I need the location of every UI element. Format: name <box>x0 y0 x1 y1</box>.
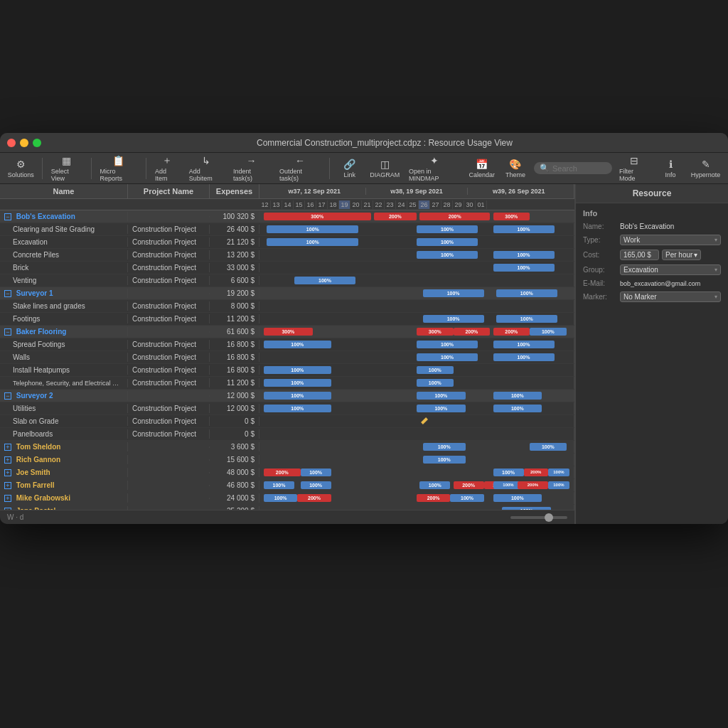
row-rich-gannon[interactable]: + Rich Gannon 15 600 $ 100% <box>0 454 574 466</box>
row-surveyor1[interactable]: − Surveyor 1 19 200 $ 100% 100% <box>0 287 574 300</box>
expenses-panelboards: 0 $ <box>210 429 259 439</box>
solutions-button[interactable]: ⚙ Solutions <box>6 155 36 182</box>
hypernote-button[interactable]: ✎ Hypernote <box>689 155 722 182</box>
type-select[interactable]: Work ▾ <box>620 235 721 245</box>
info-icon: ℹ <box>663 159 678 170</box>
expand-icon-ts[interactable]: + <box>4 444 11 451</box>
row-panelboards[interactable]: Panelboards Construction Project 0 $ <box>0 428 574 441</box>
expand-icon-tf[interactable]: + <box>4 482 11 489</box>
day-21: 21 <box>362 200 373 209</box>
diagram-button[interactable]: ◫ DIAGRAM <box>368 155 402 182</box>
select-view-button[interactable]: ▦ Select View <box>48 155 85 182</box>
name-clearing: Clearing and Site Grading <box>0 225 128 234</box>
zoom-thumb[interactable] <box>545 513 553 522</box>
row-tom-farrell[interactable]: + Tom Farrell 46 800 $ 100% 100% 100% 20… <box>0 479 574 492</box>
close-button[interactable] <box>7 139 16 147</box>
field-cost: Cost: 165,00 $ Per hour ▾ <box>576 247 728 262</box>
window-title: Commercial Construction_multiproject.cdp… <box>48 138 721 148</box>
outdent-button[interactable]: ← Outdent task(s) <box>277 155 323 182</box>
chevron-down-icon-4: ▾ <box>714 294 717 300</box>
info-button[interactable]: ℹ Info <box>656 155 685 182</box>
day-12: 12 <box>259 200 271 209</box>
row-heatpumps[interactable]: Install Heatpumps Construction Project 1… <box>0 364 574 377</box>
resource-section-info: Info <box>576 203 728 220</box>
cost-input[interactable]: 165,00 $ <box>620 250 659 260</box>
expand-icon-rg[interactable]: + <box>4 456 11 464</box>
name-brick: Brick <box>0 263 128 272</box>
row-walls[interactable]: Walls Construction Project 16 800 $ 100%… <box>0 351 574 364</box>
row-telephone[interactable]: Telephone, Security, and Electrical Wiri… <box>0 377 574 390</box>
add-subitem-button[interactable]: ↳ Add Subitem <box>186 155 226 182</box>
per-hour-select[interactable]: Per hour ▾ <box>662 250 701 260</box>
row-baker-flooring[interactable]: − Baker Flooring 61 600 $ 300% 300% 200%… <box>0 326 574 338</box>
expenses-tom-sheldon: 3 600 $ <box>210 442 259 451</box>
row-utilities[interactable]: Utilities Construction Project 12 000 $ … <box>0 402 574 415</box>
gantt-brick: 100% <box>259 262 574 274</box>
theme-button[interactable]: 🎨 Theme <box>501 155 530 182</box>
day-13: 13 <box>271 200 282 209</box>
search-box[interactable]: 🔍 <box>534 162 612 174</box>
label-cost: Cost: <box>583 251 616 259</box>
row-excavation[interactable]: Excavation Construction Project 21 120 $… <box>0 236 574 249</box>
row-joe-smith[interactable]: + Joe Smith 48 000 $ 200% 100% 100% 200%… <box>0 466 574 479</box>
expenses-tom-farrell: 46 800 $ <box>210 481 259 490</box>
add-item-icon: ＋ <box>160 155 174 166</box>
expand-icon-s2[interactable]: − <box>4 392 11 400</box>
row-spread-footings[interactable]: Spread Footings Construction Project 16 … <box>0 338 574 351</box>
row-venting[interactable]: Venting Construction Project 6 600 $ 100… <box>0 274 574 287</box>
day-cells: 12 13 14 15 16 17 18 19 20 21 22 23 24 2… <box>259 200 574 209</box>
expand-icon-bf[interactable]: − <box>4 328 11 336</box>
day-20: 20 <box>350 200 362 209</box>
expenses-spread-footings: 16 800 $ <box>210 340 259 349</box>
day-17: 17 <box>316 200 328 209</box>
zoom-slider-container[interactable] <box>510 516 567 519</box>
search-input[interactable] <box>552 164 609 173</box>
row-surveyor2[interactable]: − Surveyor 2 12 000 $ 100% 100% 100% <box>0 390 574 402</box>
gantt-venting: 100% <box>259 274 574 287</box>
expenses-excavation: 21 120 $ <box>210 237 259 247</box>
toolbar-separator-2 <box>91 158 92 179</box>
expand-icon[interactable]: − <box>4 213 11 220</box>
marker-select[interactable]: No Marker ▾ <box>620 291 721 302</box>
link-button[interactable]: 🔗 Link <box>336 155 364 182</box>
project-brick: Construction Project <box>128 263 210 272</box>
zoom-slider[interactable] <box>510 516 567 519</box>
minimize-button[interactable] <box>20 139 28 147</box>
expand-icon-s1[interactable]: − <box>4 290 11 297</box>
row-jane-postal[interactable]: + Jane Postal 25 200 $ 100% <box>0 505 574 510</box>
row-bobs-excavation[interactable]: − Bob's Excavation 100 320 $ 300% 200% 2… <box>0 210 574 223</box>
week-label-37: w37, 12 Sep 2021 <box>264 188 366 195</box>
field-group: Group: Excavation ▾ <box>576 262 728 277</box>
row-footings[interactable]: Footings Construction Project 11 200 $ 1… <box>0 313 574 326</box>
name-panelboards: Panelboards <box>0 429 128 439</box>
row-brick[interactable]: Brick Construction Project 33 000 $ 100% <box>0 262 574 274</box>
day-25: 25 <box>407 200 419 209</box>
project-panelboards: Construction Project <box>128 429 210 439</box>
gantt-walls: 100% 100% <box>259 351 574 363</box>
expand-icon-mg[interactable]: + <box>4 495 11 502</box>
status-text: W · d <box>7 513 23 521</box>
project-tom-farrell <box>128 485 210 486</box>
label-name: Name: <box>583 223 616 230</box>
group-select[interactable]: Excavation ▾ <box>620 264 721 275</box>
project-venting: Construction Project <box>128 276 210 285</box>
cost-row: 165,00 $ Per hour ▾ <box>620 250 701 260</box>
row-clearing[interactable]: Clearing and Site Grading Construction P… <box>0 223 574 236</box>
indent-button[interactable]: → Indent task(s) <box>230 155 272 182</box>
row-slab[interactable]: Slab on Grade Construction Project 0 $ <box>0 415 574 428</box>
calendar-button[interactable]: 📅 Calendar <box>467 155 497 182</box>
row-concrete-piles[interactable]: Concrete Piles Construction Project 13 2… <box>0 249 574 262</box>
filter-mode-button[interactable]: ⊟ Filter Mode <box>616 155 652 182</box>
project-clearing: Construction Project <box>128 225 210 234</box>
row-tom-sheldon[interactable]: + Tom Sheldon 3 600 $ 100% 100% <box>0 441 574 454</box>
name-surveyor2: − Surveyor 2 <box>0 391 128 400</box>
add-item-button[interactable]: ＋ Add Item <box>152 155 182 182</box>
mindmap-button[interactable]: ✦ Open in MINDMAP <box>406 155 463 182</box>
maximize-button[interactable] <box>33 139 41 147</box>
micro-reports-button[interactable]: 📋 Micro Reports <box>97 155 139 182</box>
row-stake-lines[interactable]: Stake lines and grades Construction Proj… <box>0 300 574 313</box>
row-mike-grabowski[interactable]: + Mike Grabowski 24 000 $ 100% 200% 200%… <box>0 492 574 505</box>
day-28: 28 <box>441 200 453 209</box>
expand-icon-js[interactable]: + <box>4 469 11 476</box>
table-body[interactable]: − Bob's Excavation 100 320 $ 300% 200% 2… <box>0 210 574 510</box>
